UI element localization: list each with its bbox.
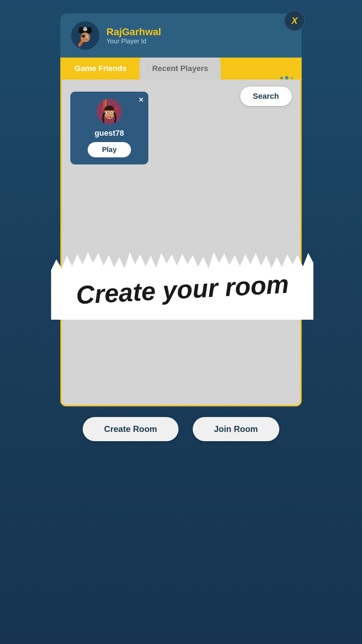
svg-point-19 — [111, 112, 112, 113]
player-id-label: Your Player Id — [106, 38, 161, 45]
username-label: RajGarhwal — [106, 26, 161, 38]
close-button[interactable]: X — [284, 10, 305, 31]
tab-recent-players[interactable]: Recent Players — [139, 58, 221, 80]
card-username: guest78 — [94, 129, 124, 138]
close-icon: X — [291, 15, 297, 26]
svg-point-12 — [84, 38, 86, 39]
create-room-button[interactable]: Create Room — [83, 417, 178, 441]
dot-1 — [280, 77, 283, 79]
search-button[interactable]: Search — [240, 87, 292, 106]
user-avatar — [71, 21, 99, 50]
play-button[interactable]: Play — [88, 142, 131, 157]
player-card: × — [70, 92, 148, 164]
svg-point-7 — [82, 35, 85, 38]
dot-2 — [285, 76, 289, 80]
tab-bar: Game Friends Recent Players — [60, 58, 302, 80]
card-avatar — [97, 99, 122, 124]
tab-game-friends[interactable]: Game Friends — [62, 58, 139, 80]
join-room-button[interactable]: Join Room — [193, 417, 279, 441]
svg-point-17 — [107, 112, 108, 113]
torn-paper-text: Create your room — [75, 269, 290, 309]
header-section: RajGarhwal Your Player Id — [60, 13, 302, 58]
svg-point-11 — [86, 36, 87, 37]
svg-point-5 — [86, 28, 87, 29]
dot-3 — [291, 77, 293, 79]
card-close-button[interactable]: × — [139, 95, 143, 104]
bottom-buttons: Create Room Join Room — [60, 417, 302, 452]
svg-point-4 — [84, 28, 85, 29]
tab-dots — [280, 76, 300, 80]
content-area: Search × — [60, 80, 302, 406]
torn-paper-overlay: Create your room — [51, 242, 313, 327]
user-info: RajGarhwal Your Player Id — [106, 26, 161, 45]
torn-paper-bg: Create your room — [51, 249, 313, 320]
